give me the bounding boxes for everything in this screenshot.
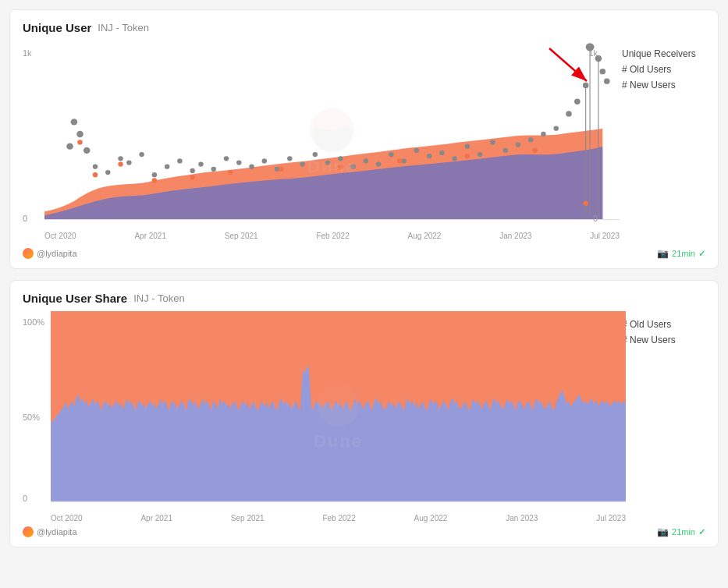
legend-unique-receivers: Unique Receivers: [610, 48, 705, 59]
svg-point-43: [528, 137, 534, 142]
svg-point-31: [376, 161, 382, 166]
svg-point-38: [465, 144, 471, 149]
x2-apr2021: Apr 2021: [140, 514, 172, 522]
svg-point-54: [600, 69, 606, 74]
svg-point-45: [553, 126, 559, 131]
svg-point-10: [118, 156, 123, 161]
svg-point-65: [465, 154, 471, 158]
chart2-svg: [51, 311, 626, 510]
svg-point-18: [211, 167, 217, 172]
svg-point-16: [190, 168, 195, 173]
x-label-jul2023: Jul 2023: [590, 232, 620, 240]
svg-point-57: [93, 172, 98, 177]
svg-point-27: [325, 160, 331, 165]
svg-point-20: [236, 160, 242, 165]
check-icon: ✓: [698, 249, 705, 259]
svg-point-11: [126, 160, 132, 165]
camera-icon: 📷: [657, 248, 669, 259]
chart1-refresh-time: 21min: [672, 249, 695, 258]
svg-point-22: [262, 158, 268, 163]
svg-point-24: [287, 156, 293, 161]
camera2-icon: 📷: [657, 526, 669, 537]
svg-point-55: [604, 79, 610, 84]
y-axis-right-top: 1k: [588, 48, 598, 58]
svg-point-25: [300, 161, 305, 166]
svg-point-14: [165, 165, 170, 169]
chart2-avatar: [23, 526, 34, 537]
chart2-svg-area: Dune: [51, 311, 626, 522]
chart1-avatar: [23, 248, 34, 259]
chart1-svg: [44, 41, 620, 228]
svg-point-58: [118, 161, 123, 166]
legend2-label-new: # New Users: [622, 335, 676, 345]
chart1-author: @lydiapita: [23, 248, 77, 259]
x2-feb2022: Feb 2022: [322, 514, 355, 522]
svg-point-34: [414, 148, 420, 153]
svg-point-37: [452, 156, 457, 161]
svg-point-40: [490, 140, 495, 144]
svg-point-32: [389, 152, 394, 157]
svg-point-15: [177, 158, 183, 163]
y-axis-right-bottom: 0: [593, 214, 598, 223]
svg-point-4: [66, 143, 73, 149]
chart1-card: Unique User INJ - Token 1k 0 Dune: [9, 9, 719, 269]
chart2-x-axis: Oct 2020 Apr 2021 Sep 2021 Feb 2022 Aug …: [51, 514, 626, 522]
y-axis-left-top: 1k: [23, 48, 32, 58]
svg-point-60: [190, 175, 195, 179]
chart2-title: Unique User Share: [23, 292, 127, 305]
svg-point-35: [427, 154, 432, 158]
legend-new-users: # New Users: [610, 80, 705, 90]
legend-old-users: # Old Users: [610, 64, 705, 75]
svg-point-59: [152, 178, 158, 182]
x2-jan2023: Jan 2023: [506, 514, 538, 522]
svg-point-61: [228, 170, 233, 175]
chart1-header: Unique User INJ - Token: [23, 21, 705, 34]
svg-point-5: [71, 119, 78, 125]
chart2-token: INJ - Token: [133, 292, 185, 304]
svg-point-26: [313, 152, 318, 157]
chart1-author-name: @lydiapita: [37, 249, 77, 258]
chart1-svg-area: Dune: [44, 41, 620, 243]
chart1-area: 1k 0 Dune: [23, 41, 598, 243]
svg-point-42: [516, 142, 521, 147]
svg-point-28: [338, 156, 343, 161]
svg-point-30: [364, 158, 369, 163]
x-label-feb2022: Feb 2022: [316, 232, 349, 240]
svg-point-67: [583, 201, 588, 206]
svg-point-8: [93, 165, 98, 169]
x-label-oct2020: Oct 2020: [44, 232, 76, 240]
chart2-refresh: 📷 21min ✓: [657, 526, 705, 537]
chart2-body: 100% 50% 0 Dune: [23, 311, 705, 522]
chart2-author: @lydiapita: [23, 526, 77, 537]
legend-label-old-users: # Old Users: [622, 64, 671, 75]
legend2-label-old: # Old Users: [622, 319, 671, 330]
x-label-sep2021: Sep 2021: [225, 232, 258, 240]
chart2-area: 100% 50% 0 Dune: [23, 311, 598, 522]
x-label-apr2021: Apr 2021: [134, 232, 166, 240]
chart2-footer: @lydiapita 📷 21min ✓: [23, 526, 705, 537]
x-label-aug2022: Aug 2022: [408, 232, 442, 240]
x-label-jan2023: Jan 2023: [499, 232, 531, 240]
chart2-header: Unique User Share INJ - Token: [23, 292, 705, 305]
legend-label-new-users: # New Users: [622, 80, 676, 90]
chart1-body: 1k 0 Dune: [23, 41, 705, 243]
x2-sep2021: Sep 2021: [231, 514, 265, 522]
y2-100: 100%: [23, 317, 44, 327]
svg-point-64: [397, 158, 403, 163]
y2-50: 50%: [23, 413, 40, 422]
chart1-x-axis: Oct 2020 Apr 2021 Sep 2021 Feb 2022 Aug …: [44, 232, 620, 240]
svg-point-62: [279, 167, 284, 172]
svg-point-66: [532, 148, 538, 153]
svg-point-41: [502, 148, 508, 153]
svg-point-13: [152, 172, 158, 177]
svg-point-6: [76, 131, 83, 137]
chart2-author-name: @lydiapita: [37, 527, 77, 537]
chart1-token: INJ - Token: [98, 22, 149, 34]
svg-point-21: [249, 165, 254, 169]
svg-point-9: [105, 170, 111, 175]
svg-point-39: [478, 152, 483, 157]
svg-point-12: [139, 152, 144, 157]
check2-icon: ✓: [698, 527, 705, 537]
svg-point-7: [83, 147, 91, 154]
svg-point-44: [541, 132, 546, 136]
